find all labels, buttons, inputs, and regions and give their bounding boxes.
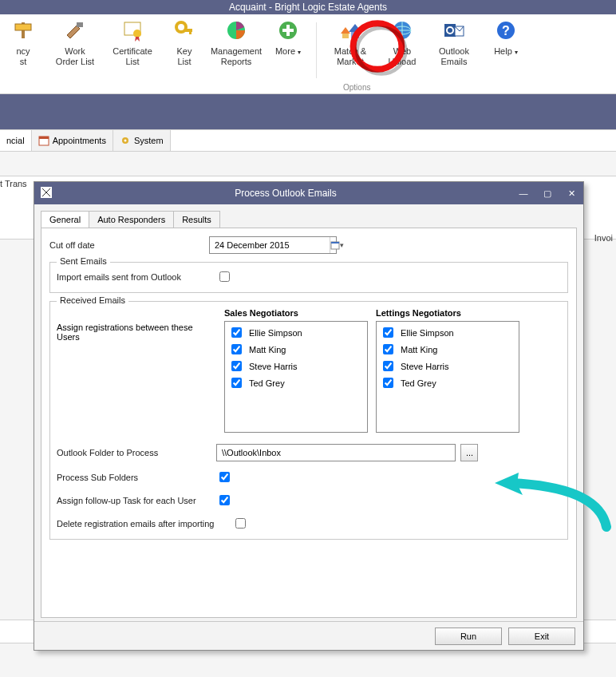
lettings-negotiators-list[interactable]: Ellie Simpson Matt King Steve Harris Ted… [376, 321, 519, 433]
checkbox[interactable] [231, 327, 242, 338]
received-emails-legend: Received Emails [57, 295, 128, 305]
app-title-bar: Acquaint - Bright Logic Estate Agents [0, 0, 616, 14]
calendar-icon [38, 135, 49, 146]
cutoff-date-label: Cut off date [49, 240, 209, 250]
list-item[interactable]: Matt King [380, 342, 515, 357]
run-button[interactable]: Run [435, 628, 502, 645]
app-title: Acquaint - Bright Logic Estate Agents [229, 2, 387, 13]
import-sent-checkbox[interactable] [219, 271, 230, 282]
houses-icon [338, 18, 363, 43]
dialog-title: Process Outlook Emails [60, 188, 511, 199]
checkbox[interactable] [383, 361, 393, 371]
dialog-tab-general[interactable]: General [41, 211, 89, 228]
outlook-icon [441, 18, 467, 43]
sent-emails-legend: Sent Emails [57, 256, 110, 266]
lettings-negotiators-header: Lettings Negotiators [376, 308, 519, 318]
checkbox[interactable] [383, 344, 393, 354]
band-spacer [0, 94, 616, 129]
list-item[interactable]: Ellie Simpson [380, 325, 515, 340]
sign-icon [10, 18, 36, 43]
checkbox[interactable] [383, 378, 393, 388]
cutoff-date-picker[interactable]: ▾ [209, 236, 337, 254]
sales-negotiators-header: Sales Negotiators [224, 308, 368, 318]
help-icon: ? [493, 18, 519, 43]
assign-followup-label: Assign follow-up Task for each User [57, 496, 216, 505]
svg-point-26 [124, 140, 126, 142]
outlook-folder-label: Outlook Folder to Process [57, 448, 216, 457]
minimize-button[interactable]: — [511, 182, 535, 204]
list-item[interactable]: Steve Harris [228, 358, 364, 374]
svg-rect-2 [77, 22, 83, 27]
ribbon-group-label: Options [343, 83, 370, 92]
dialog-tab-auto-responders[interactable]: Auto Responders [89, 211, 174, 228]
svg-rect-13 [351, 32, 359, 38]
svg-rect-12 [342, 34, 349, 38]
checkbox[interactable] [231, 378, 242, 388]
dialog-app-icon [39, 185, 55, 201]
tab-financial[interactable]: ncial [0, 130, 32, 151]
svg-rect-7 [189, 30, 192, 34]
svg-rect-11 [282, 29, 294, 32]
dialog-tabs: General Auto Responders Results [41, 211, 577, 228]
browse-folder-button[interactable]: ... [460, 444, 478, 461]
ribbon-item-tenancy[interactable]: ncyst [0, 18, 46, 66]
import-sent-label: Import emails sent from Outlook [57, 272, 216, 282]
assign-registrations-label: Assign registrations between these Users [57, 308, 216, 433]
dialog-tab-results[interactable]: Results [173, 211, 220, 228]
dialog-titlebar: Process Outlook Emails — ▢ ✕ [34, 182, 583, 204]
outlook-folder-input[interactable] [216, 444, 456, 461]
ribbon-item-more[interactable]: More ▾ [265, 18, 311, 57]
fragment-right: Invoi [594, 233, 613, 243]
tab-appointments[interactable]: Appointments [32, 130, 113, 151]
list-item[interactable]: Steve Harris [380, 358, 515, 374]
key-icon [172, 18, 197, 43]
ribbon-item-management-reports[interactable]: ManagementReports [207, 18, 265, 66]
ribbon-item-web-upload[interactable]: WebUpload [379, 18, 425, 66]
maximize-button[interactable]: ▢ [535, 182, 559, 204]
delete-registration-label: Delete registration emails after importi… [57, 519, 232, 529]
plus-icon [275, 18, 301, 43]
ribbon-item-help[interactable]: ? Help ▾ [483, 18, 529, 57]
svg-point-4 [133, 30, 141, 38]
ribbon-item-match-market[interactable]: Match &Market [322, 18, 379, 66]
globe-upload-icon [389, 18, 415, 43]
ribbon-item-certificate[interactable]: CertificateList [104, 18, 161, 66]
ribbon-item-work-order[interactable]: WorkOrder List [46, 18, 104, 66]
list-item[interactable]: Ellie Simpson [228, 325, 364, 340]
hammer-icon [62, 18, 88, 43]
pie-chart-icon [223, 18, 249, 43]
dialog-process-outlook-emails: Process Outlook Emails — ▢ ✕ General Aut… [34, 181, 584, 651]
exit-button[interactable]: Exit [508, 628, 575, 645]
checkbox[interactable] [231, 361, 242, 371]
ribbon-item-key-list[interactable]: KeyList [161, 18, 207, 66]
checkbox[interactable] [383, 327, 393, 338]
process-subfolders-label: Process Sub Folders [57, 473, 216, 482]
chevron-down-icon[interactable]: ▾ [340, 237, 344, 253]
list-item[interactable]: Ted Grey [228, 375, 364, 390]
cutoff-date-input[interactable] [210, 237, 330, 253]
list-item[interactable]: Ted Grey [380, 375, 515, 390]
process-subfolders-checkbox[interactable] [219, 472, 230, 482]
certificate-icon [120, 18, 145, 43]
ribbon-separator [316, 22, 317, 78]
tab-system[interactable]: System [113, 130, 171, 151]
section-tabs: ncial Appointments System [0, 129, 616, 152]
svg-rect-1 [15, 24, 31, 30]
delete-registration-checkbox[interactable] [235, 518, 246, 529]
svg-text:?: ? [502, 24, 510, 38]
list-item[interactable]: Matt King [228, 342, 364, 357]
ribbon-toolbar: ncyst WorkOrder List CertificateList Key… [0, 14, 616, 94]
calendar-icon[interactable] [330, 237, 340, 253]
svg-rect-29 [331, 242, 339, 243]
ribbon-item-outlook-emails[interactable]: OutlookEmails [425, 18, 483, 66]
gear-icon [120, 135, 131, 146]
sales-negotiators-list[interactable]: Ellie Simpson Matt King Steve Harris Ted… [224, 321, 368, 433]
svg-rect-24 [39, 137, 49, 139]
fragment-left: t Trans [0, 179, 27, 188]
assign-followup-checkbox[interactable] [219, 495, 230, 505]
dialog-tabpage-general: Cut off date ▾ Sent Emails Import emails… [41, 228, 577, 618]
checkbox[interactable] [231, 344, 242, 354]
close-button[interactable]: ✕ [559, 182, 583, 204]
dialog-footer: Run Exit [34, 621, 583, 650]
